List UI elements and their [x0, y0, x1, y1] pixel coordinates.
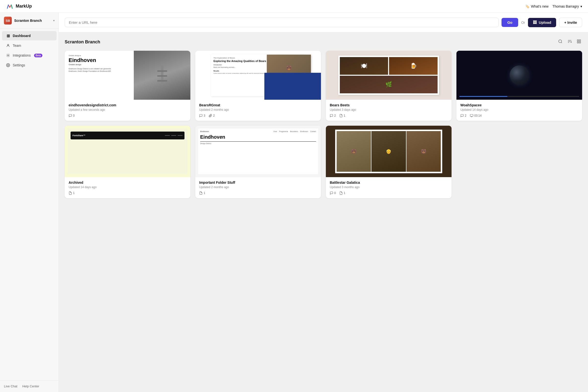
svg-point-1 — [7, 44, 8, 46]
help-center-link[interactable]: Help Center — [22, 384, 39, 388]
comment-count: 0 — [330, 191, 336, 195]
view-toggle-button[interactable] — [576, 38, 582, 46]
upload-button[interactable]: 🖼 Upload — [528, 18, 556, 27]
eindhoven2-thumb: Eindhoven Over Programma Bezoekers Eindh… — [198, 128, 318, 174]
card-important-folder[interactable]: Eindhoven Over Programma Bezoekers Eindh… — [195, 126, 321, 198]
card-thumbnail-space — [456, 51, 582, 100]
battlestar-thumb: 🐻 👴 🐻 — [326, 126, 452, 177]
or-text: Or — [521, 20, 525, 24]
card-info-important: Important Folder Stuff Updated 2 months … — [195, 177, 321, 198]
svg-point-2 — [8, 55, 8, 56]
search-button[interactable] — [557, 38, 564, 46]
svg-rect-15 — [157, 75, 167, 77]
attachment-count: 1 — [339, 191, 346, 195]
url-input-wrapper — [65, 18, 498, 27]
file-count: 1 — [68, 191, 75, 195]
card-woahspacee[interactable]: WoahSpacee Updated 14 days ago 2 03:14 — [456, 51, 582, 121]
card-thumbnail-important: Eindhoven Over Programma Bezoekers Eindh… — [195, 126, 321, 177]
sort-button[interactable] — [566, 38, 573, 46]
nav-item-4: Eindhoven — [300, 130, 308, 132]
card-info-beets: Bears Beets Updated 3 days ago 2 1 — [326, 100, 452, 121]
whats-new-icon: 🏷️ — [525, 4, 530, 8]
eindhoven2-title: Eindhoven — [200, 134, 316, 140]
eindhoven-thumb-image — [134, 51, 190, 100]
nav-item-2: Programma — [279, 130, 288, 132]
card-updated: Updated a few seconds ago — [68, 108, 186, 112]
card-bearsrgreat[interactable]: The Exploration of Bears Exploring the A… — [195, 51, 321, 121]
eindhoven2-header: Eindhoven Over Programma Bezoekers Eindh… — [200, 130, 316, 132]
beets-emoji-1: 🍽️ — [361, 63, 367, 69]
duration-value: 03:14 — [474, 114, 482, 117]
search-icon — [558, 39, 562, 44]
nav-item-5: Contact — [310, 130, 316, 132]
eindhoven2-line — [200, 141, 316, 142]
sidebar-item-settings[interactable]: Settings — [2, 60, 56, 70]
live-chat-link[interactable]: Live Chat — [4, 384, 18, 388]
invite-button[interactable]: + Invite — [559, 18, 582, 27]
app-name: MarkUp — [16, 4, 32, 9]
card-eindhoven[interactable]: Ontdek design ▸ Eindhoven Ontdek design … — [65, 51, 190, 121]
battlestar-img-3: 🐻 — [406, 131, 441, 172]
card-meta: 1 — [68, 191, 186, 195]
card-updated: Updated 3 days ago — [330, 108, 448, 112]
nav-line-1 — [165, 135, 170, 136]
card-updated: Updated 14 days ago — [460, 108, 578, 112]
sidebar-bottom: Live Chat Help Center — [0, 380, 58, 392]
svg-rect-11 — [577, 42, 578, 43]
card-meta: 2 1 — [330, 114, 448, 117]
comment-count: 2 — [460, 114, 466, 117]
card-meta: 1 — [199, 191, 317, 195]
attachment-icon — [339, 191, 343, 195]
team-icon — [6, 43, 10, 48]
space-progress-fill — [460, 96, 508, 97]
sidebar-item-label: Dashboard — [13, 34, 30, 38]
user-menu-button[interactable]: Thomas Barragry ▾ — [552, 4, 582, 8]
comment-icon — [330, 114, 333, 117]
url-input[interactable] — [65, 18, 498, 27]
sidebar-item-integrations[interactable]: Integrations Beta — [2, 51, 56, 60]
card-info-battlestar: Battlestar Galatica Updated 3 months ago… — [326, 177, 452, 198]
topnav: MarkUp 🏷️ What's new Thomas Barragry ▾ — [0, 0, 588, 13]
card-meta: 2 03:14 — [460, 114, 578, 117]
comment-number: 2 — [465, 114, 466, 117]
sort-icon — [568, 39, 572, 44]
content-area: Scranton Branch — [59, 32, 588, 204]
video-icon — [470, 114, 473, 117]
whats-new-label: What's new — [531, 4, 548, 8]
card-battlestar[interactable]: 🐻 👴 🐻 Battlestar Galatica Updated 3 mont… — [326, 126, 452, 198]
nav-items: ⊞ Dashboard Team Integrations Beta — [0, 29, 58, 380]
comment-number: 0 — [334, 191, 336, 195]
card-bearsbeets[interactable]: 🍽️ 🍺 🌿 Bears B — [326, 51, 452, 121]
upload-label: Upload — [539, 20, 551, 24]
workspace-avatar: SB — [4, 17, 12, 24]
go-button[interactable]: Go — [502, 18, 518, 27]
card-meta: 3 2 — [199, 114, 317, 117]
comment-count: 0 — [68, 114, 75, 117]
chevron-down-icon: ▾ — [580, 4, 582, 8]
sidebar-item-team[interactable]: Team — [2, 41, 56, 50]
fontshare-header: Fontshare™ — [70, 132, 184, 140]
card-info-bears: BearsRGreat Updated 2 months ago 3 2 — [195, 100, 321, 121]
attachment-icon — [209, 114, 212, 117]
file-count: 1 — [199, 191, 205, 195]
file-number: 1 — [73, 191, 75, 195]
attachment-number: 1 — [344, 191, 346, 195]
comment-icon — [460, 114, 464, 117]
comment-number: 3 — [204, 114, 205, 117]
card-info-archived: Archived Updated 14 days ago 1 — [65, 177, 190, 198]
fontshare-nav — [165, 135, 182, 136]
workspace-selector[interactable]: SB Scranton Branch ▾ — [0, 13, 58, 29]
comment-number: 2 — [334, 114, 336, 117]
sidebar-item-label: Integrations — [13, 54, 30, 57]
space-planet — [510, 66, 529, 85]
eindhoven2-nav: Over Programma Bezoekers Eindhoven Conta… — [274, 130, 316, 132]
whats-new-button[interactable]: 🏷️ What's new — [525, 4, 548, 8]
sidebar-item-dashboard[interactable]: ⊞ Dashboard — [2, 31, 56, 40]
battlestar-img-2: 👴 — [372, 131, 406, 172]
nav-item-3: Bezoekers — [290, 130, 298, 132]
card-archived[interactable]: Fontshare™ Archived Updated 14 days — [65, 126, 190, 198]
comment-icon — [68, 114, 72, 117]
comment-count: 3 — [199, 114, 205, 117]
integrations-icon — [6, 53, 10, 58]
card-thumbnail-battlestar: 🐻 👴 🐻 — [326, 126, 452, 177]
